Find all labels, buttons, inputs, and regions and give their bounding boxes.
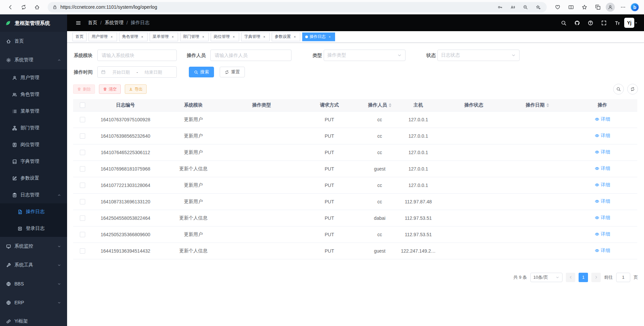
operator-input[interactable] [210, 50, 291, 61]
sidebar-item-Yi框架[interactable]: Yi框架 [0, 312, 67, 326]
module-input[interactable] [97, 50, 177, 61]
date-range-picker[interactable]: - [97, 66, 177, 78]
font-size-button[interactable] [612, 18, 622, 28]
row-checkbox[interactable] [80, 215, 85, 221]
detail-link[interactable]: 详细 [595, 166, 610, 172]
search-button[interactable]: 搜索 [189, 67, 214, 77]
sidebar-item-角色管理[interactable]: 角色管理 [0, 86, 67, 103]
close-icon[interactable] [140, 35, 145, 39]
tab-角色管理[interactable]: 角色管理 [119, 32, 148, 41]
delete-button[interactable]: 删除 [73, 84, 95, 94]
sidebar-item-字典管理[interactable]: 字典管理 [0, 153, 67, 170]
tab-操作日志[interactable]: 操作日志 [302, 32, 335, 41]
sort-carets[interactable] [546, 102, 549, 109]
help-button[interactable] [585, 18, 595, 28]
close-icon[interactable] [170, 35, 175, 39]
sidebar-item-部门管理[interactable]: 部门管理 [0, 120, 67, 136]
sidebar-item-菜单管理[interactable]: 菜单管理 [0, 103, 67, 120]
goto-page-input[interactable] [616, 273, 630, 282]
favorite-add-button[interactable] [534, 3, 542, 11]
sidebar-item-首页[interactable]: 首页 [0, 32, 67, 51]
start-date-input[interactable] [108, 70, 135, 75]
zoom-out-button[interactable] [521, 3, 529, 11]
read-aloud-button[interactable] [508, 3, 517, 11]
detail-link[interactable]: 详细 [595, 231, 610, 237]
select-all-checkbox[interactable] [80, 103, 85, 108]
row-checkbox[interactable] [80, 166, 85, 172]
sidebar-item-参数设置[interactable]: 参数设置 [0, 170, 67, 187]
row-checkbox[interactable] [80, 232, 85, 237]
sidebar-item-BBS[interactable]: BBS [0, 274, 67, 293]
close-icon[interactable] [292, 35, 297, 39]
split-screen-button[interactable] [566, 2, 576, 12]
detail-link[interactable]: 详细 [595, 133, 610, 139]
back-button[interactable] [5, 2, 15, 12]
breadcrumb-item[interactable]: 首页 [88, 20, 97, 26]
github-button[interactable] [572, 18, 582, 28]
export-button[interactable]: 导出 [125, 84, 147, 94]
table-refresh-button[interactable] [627, 84, 638, 94]
clear-button[interactable]: 清空 [99, 84, 121, 94]
tab-用户管理[interactable]: 用户管理 [89, 32, 117, 41]
sort-carets[interactable] [389, 102, 391, 109]
reset-button[interactable]: 重置 [220, 67, 245, 77]
detail-link[interactable]: 详细 [595, 182, 610, 188]
sidebar-item-系统监控[interactable]: 系统监控 [0, 237, 67, 256]
sidebar-item-系统工具[interactable]: 系统工具 [0, 256, 67, 274]
profile-button[interactable] [606, 3, 615, 12]
row-checkbox[interactable] [80, 150, 85, 155]
detail-link[interactable]: 详细 [595, 215, 610, 221]
page-number-button[interactable]: 1 [579, 273, 588, 282]
row-checkbox[interactable] [80, 183, 85, 188]
detail-link[interactable]: 详细 [595, 149, 610, 155]
home-button[interactable] [32, 2, 42, 12]
search-button[interactable] [558, 18, 569, 28]
tab-首页[interactable]: 首页 [72, 32, 87, 41]
status-select[interactable]: 日志状态 [437, 50, 520, 61]
refresh-button[interactable] [18, 2, 29, 12]
row-checkbox[interactable] [80, 117, 85, 122]
sidebar-item-日志管理[interactable]: 日志管理 [0, 187, 67, 203]
sidebar-toggle-button[interactable] [73, 18, 83, 28]
browser-essentials-button[interactable] [552, 2, 563, 12]
bing-discover-button[interactable]: b [630, 3, 639, 12]
sidebar-item-操作日志[interactable]: 操作日志 [0, 203, 67, 220]
address-bar[interactable]: https://ccnetcore.com:1101/system/log/op… [48, 2, 547, 12]
tab-参数设置[interactable]: 参数设置 [272, 32, 300, 41]
close-icon[interactable] [327, 35, 332, 39]
user-avatar[interactable]: Yj [624, 18, 634, 28]
prev-page-button[interactable] [566, 273, 575, 282]
breadcrumb-item[interactable]: 系统管理 [105, 20, 123, 26]
caret-down-icon[interactable] [634, 21, 638, 25]
close-icon[interactable] [109, 35, 114, 39]
key-button[interactable] [496, 3, 504, 11]
tab-岗位管理[interactable]: 岗位管理 [211, 32, 239, 41]
sidebar-item-登录日志[interactable]: 登录日志 [0, 220, 67, 237]
row-checkbox[interactable] [80, 133, 85, 139]
fullscreen-button[interactable] [599, 18, 609, 28]
detail-link[interactable]: 详细 [595, 116, 610, 122]
sidebar-item-系统管理[interactable]: 系统管理 [0, 51, 67, 69]
next-page-button[interactable] [591, 273, 601, 282]
sidebar-item-用户管理[interactable]: 用户管理 [0, 69, 67, 86]
close-icon[interactable] [231, 35, 236, 39]
detail-link[interactable]: 详细 [595, 198, 610, 204]
row-checkbox[interactable] [80, 199, 85, 204]
collections-button[interactable] [592, 2, 603, 12]
detail-link[interactable]: 详细 [595, 248, 610, 254]
app-logo[interactable]: 意框架管理系统 [0, 14, 67, 32]
row-checkbox[interactable] [80, 248, 85, 254]
end-date-input[interactable] [140, 70, 167, 75]
sidebar-item-岗位管理[interactable]: 岗位管理 [0, 136, 67, 153]
tab-字典管理[interactable]: 字典管理 [241, 32, 270, 41]
sidebar-item-ERP[interactable]: ERP [0, 293, 67, 312]
table-search-toggle-button[interactable] [613, 84, 624, 94]
close-icon[interactable] [201, 35, 206, 39]
more-button[interactable] [618, 2, 628, 12]
favorites-button[interactable] [579, 2, 590, 12]
close-icon[interactable] [262, 35, 267, 39]
tab-菜单管理[interactable]: 菜单管理 [150, 32, 178, 41]
page-size-select[interactable]: 10条/页 [530, 273, 562, 282]
tab-部门管理[interactable]: 部门管理 [180, 32, 209, 41]
type-select[interactable]: 操作类型 [324, 50, 406, 61]
